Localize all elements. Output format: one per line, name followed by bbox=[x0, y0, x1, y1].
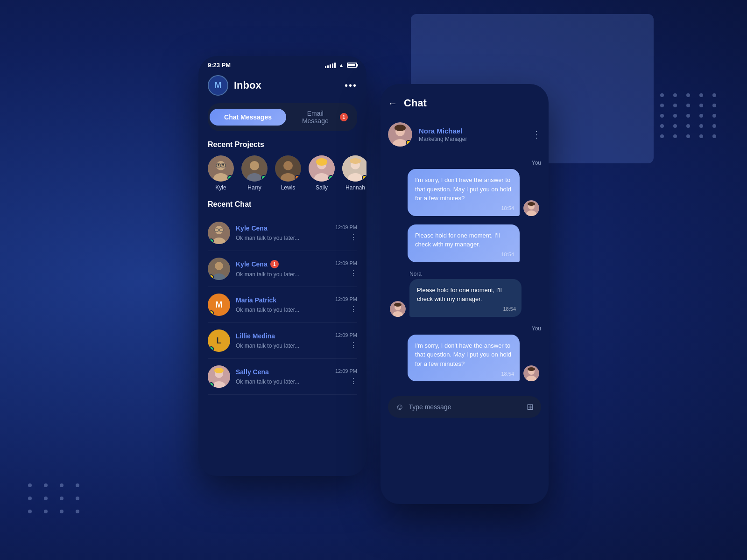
msg1-text: I'm sorry, I don't have the answer to th… bbox=[415, 176, 511, 202]
lillie-meta: 12:09 PM ⋮ bbox=[335, 332, 357, 350]
chat-item-maria[interactable]: M Maria Patrick Ok man talk to you later… bbox=[208, 287, 357, 323]
recent-projects-row: Kyle Harry bbox=[198, 155, 366, 200]
maria-preview: Ok man talk to you later... bbox=[236, 307, 299, 313]
project-person-lewis[interactable]: Lewis bbox=[275, 155, 301, 191]
msg3-sender-label: Nora bbox=[388, 271, 541, 277]
svg-point-49 bbox=[528, 367, 535, 371]
recent-projects-title: Recent Projects bbox=[198, 140, 366, 155]
message-3: Nora Please hold for one moment, I'll ch… bbox=[388, 271, 541, 317]
msg2-row: Please hold for one moment, I'll check w… bbox=[388, 224, 541, 262]
kyle2-meta: 12:09 PM ⋮ bbox=[335, 260, 357, 278]
sally-time: 12:09 PM bbox=[335, 368, 357, 374]
maria-avatar: M bbox=[208, 294, 230, 316]
nora-role: Marketing Manager bbox=[419, 136, 525, 142]
sally-preview: Ok man talk to you later... bbox=[236, 378, 299, 385]
svg-point-17 bbox=[316, 158, 327, 166]
lewis-name: Lewis bbox=[281, 184, 296, 191]
msg3-avatar bbox=[390, 301, 406, 317]
msg4-avatar bbox=[523, 365, 539, 381]
chat-item-kyle1[interactable]: Kyle Cena Ok man talk to you later... 12… bbox=[208, 215, 357, 251]
msg1-row: I'm sorry, I don't have the answer to th… bbox=[388, 169, 541, 216]
battery-icon bbox=[347, 63, 357, 68]
chat-list: Kyle Cena Ok man talk to you later... 12… bbox=[198, 215, 366, 395]
hannah-status bbox=[362, 175, 366, 181]
maria-status bbox=[209, 310, 214, 315]
project-person-sally[interactable]: Sally bbox=[309, 155, 335, 191]
more-options-button[interactable]: ••• bbox=[345, 80, 357, 91]
sally-menu[interactable]: ⋮ bbox=[350, 377, 357, 385]
svg-point-41 bbox=[528, 202, 535, 206]
kyle1-time: 12:09 PM bbox=[335, 224, 357, 230]
msg2-text: Please hold for one moment, I'll check w… bbox=[415, 232, 500, 248]
message-input-bar: ☺ Type message ⊞ bbox=[388, 396, 541, 418]
nora-contact-info: Nora Michael Marketing Manager bbox=[419, 127, 525, 142]
kyle2-preview: Ok man talk to you later... bbox=[236, 271, 299, 278]
svg-point-37 bbox=[395, 125, 406, 131]
kyle-status bbox=[227, 175, 233, 181]
message-2: Please hold for one moment, I'll check w… bbox=[388, 224, 541, 262]
kyle2-time: 12:09 PM bbox=[335, 260, 357, 266]
inbox-header: M Inbox ••• bbox=[198, 71, 366, 103]
tab-email-message[interactable]: Email Message 1 bbox=[286, 105, 355, 129]
sally-name: Sally bbox=[316, 184, 328, 191]
kyle2-avatar bbox=[208, 258, 230, 280]
message-1: You I'm sorry, I don't have the answer t… bbox=[388, 160, 541, 216]
maria-menu[interactable]: ⋮ bbox=[350, 305, 357, 314]
project-person-hannah[interactable]: Hannah bbox=[342, 155, 366, 191]
status-time: 9:23 PM bbox=[208, 62, 231, 69]
svg-point-23 bbox=[215, 226, 223, 234]
msg2-time: 18:54 bbox=[501, 251, 514, 259]
kyle1-name: Kyle Cena bbox=[236, 224, 268, 232]
harry-avatar bbox=[241, 155, 268, 182]
msg3-time: 18:54 bbox=[503, 305, 516, 313]
status-bar: 9:23 PM ▲ bbox=[198, 56, 366, 71]
lewis-status bbox=[295, 175, 300, 181]
kyle2-info: Kyle Cena 1 Ok man talk to you later... bbox=[236, 260, 330, 278]
harry-status bbox=[261, 175, 267, 181]
wifi-icon: ▲ bbox=[338, 62, 344, 69]
message-4: You I'm sorry, I don't have the answer t… bbox=[388, 325, 541, 382]
sally-chat-avatar bbox=[208, 365, 230, 388]
msg1-avatar bbox=[523, 200, 539, 216]
kyle2-name: Kyle Cena bbox=[236, 260, 268, 268]
svg-point-12 bbox=[283, 161, 293, 170]
tabs-row: Chat Messages Email Message 1 bbox=[208, 103, 357, 131]
hannah-avatar bbox=[342, 155, 366, 182]
sally-info: Sally Cena Ok man talk to you later... bbox=[236, 368, 330, 385]
svg-point-33 bbox=[214, 368, 224, 373]
sally-avatar bbox=[309, 155, 335, 182]
msg3-row: Please hold for one moment, I'll check w… bbox=[388, 279, 541, 317]
kyle-name: Kyle bbox=[215, 184, 226, 191]
signal-icon bbox=[325, 63, 336, 68]
maria-time: 12:09 PM bbox=[335, 296, 357, 302]
chat-item-lillie[interactable]: L Lillie Medina Ok man talk to you later… bbox=[208, 323, 357, 359]
chat-item-kyle2[interactable]: Kyle Cena 1 Ok man talk to you later... … bbox=[208, 251, 357, 287]
project-person-kyle[interactable]: Kyle bbox=[208, 155, 234, 191]
nora-avatar bbox=[388, 122, 412, 147]
kyle2-menu[interactable]: ⋮ bbox=[350, 269, 357, 278]
sally-name-chat: Sally Cena bbox=[236, 368, 269, 376]
tab-chat-messages[interactable]: Chat Messages bbox=[210, 109, 286, 126]
deco-dots-left bbox=[28, 483, 82, 513]
back-button[interactable]: ← bbox=[388, 98, 397, 109]
svg-point-9 bbox=[250, 161, 259, 170]
chat-item-sally[interactable]: Sally Cena Ok man talk to you later... 1… bbox=[208, 359, 357, 395]
svg-point-21 bbox=[350, 158, 361, 164]
message-input[interactable]: Type message bbox=[409, 403, 522, 411]
msg4-row: I'm sorry, I don't have the answer to th… bbox=[388, 335, 541, 382]
maria-meta: 12:09 PM ⋮ bbox=[335, 296, 357, 314]
chat-header: ← Chat bbox=[381, 91, 549, 117]
emoji-icon[interactable]: ☺ bbox=[395, 402, 404, 412]
msg4-sender-label: You bbox=[388, 325, 541, 332]
kyle1-avatar bbox=[208, 222, 230, 244]
deco-dots-right bbox=[660, 93, 719, 138]
attach-icon[interactable]: ⊞ bbox=[527, 402, 534, 412]
kyle1-menu[interactable]: ⋮ bbox=[350, 233, 357, 242]
contact-more-button[interactable]: ⋮ bbox=[532, 129, 541, 140]
kyle1-info: Kyle Cena Ok man talk to you later... bbox=[236, 224, 330, 242]
maria-name: Maria Patrick bbox=[236, 296, 276, 304]
phone-inbox: 9:23 PM ▲ M Inbox bbox=[198, 56, 366, 476]
project-person-harry[interactable]: Harry bbox=[241, 155, 268, 191]
user-avatar: M bbox=[208, 75, 228, 96]
lillie-menu[interactable]: ⋮ bbox=[350, 341, 357, 350]
